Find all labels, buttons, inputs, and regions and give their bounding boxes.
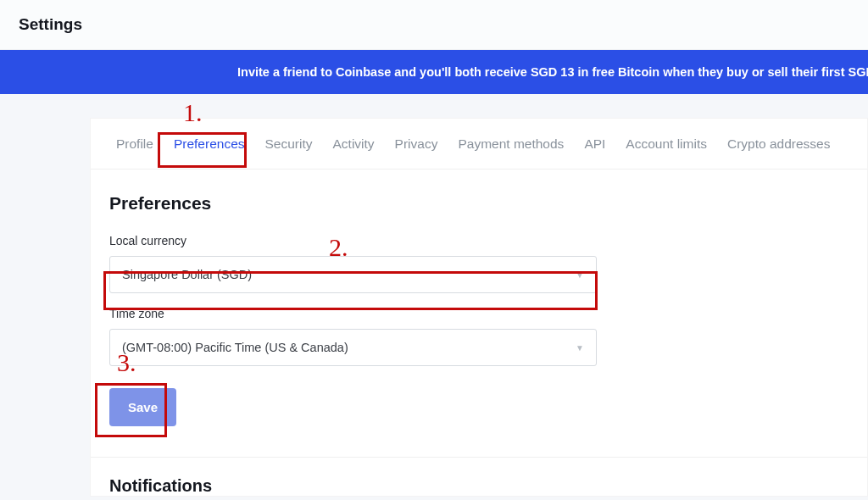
preferences-section: Preferences Local currency Singapore Dol… xyxy=(91,169,867,435)
banner-text: Invite a friend to Coinbase and you'll b… xyxy=(237,65,868,79)
save-button[interactable]: Save xyxy=(109,388,176,426)
tab-security[interactable]: Security xyxy=(255,121,323,167)
tab-api[interactable]: API xyxy=(574,121,615,167)
currency-value: Singapore Dollar (SGD) xyxy=(122,268,252,281)
timezone-value: (GMT-08:00) Pacific Time (US & Canada) xyxy=(122,341,348,354)
page-title: Settings xyxy=(19,15,849,34)
tab-payment-methods[interactable]: Payment methods xyxy=(448,121,574,167)
chevron-down-icon: ▼ xyxy=(576,343,584,353)
top-header: Settings xyxy=(0,0,868,50)
currency-label: Local currency xyxy=(109,234,849,247)
chevron-down-icon: ▼ xyxy=(576,270,584,280)
tab-preferences[interactable]: Preferences xyxy=(164,121,255,167)
timezone-label: Time zone xyxy=(109,307,849,320)
timezone-select[interactable]: (GMT-08:00) Pacific Time (US & Canada) ▼ xyxy=(109,329,597,366)
settings-tabs: Profile Preferences Security Activity Pr… xyxy=(91,119,867,169)
currency-select[interactable]: Singapore Dollar (SGD) ▼ xyxy=(109,256,597,293)
tab-crypto-addresses[interactable]: Crypto addresses xyxy=(717,121,840,167)
tab-activity[interactable]: Activity xyxy=(323,121,385,167)
tab-profile[interactable]: Profile xyxy=(106,121,164,167)
referral-banner[interactable]: Invite a friend to Coinbase and you'll b… xyxy=(0,50,868,94)
preferences-heading: Preferences xyxy=(109,193,849,214)
tab-privacy[interactable]: Privacy xyxy=(385,121,448,167)
settings-card: Profile Preferences Security Activity Pr… xyxy=(90,118,868,497)
tab-account-limits[interactable]: Account limits xyxy=(615,121,717,167)
notifications-heading: Notifications xyxy=(91,458,867,496)
